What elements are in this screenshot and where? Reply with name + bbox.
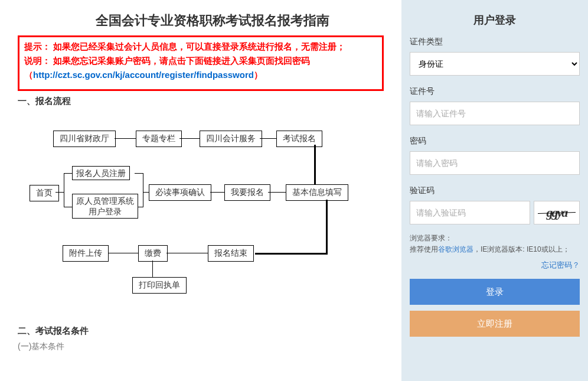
flow-node: 四川省财政厅 (53, 131, 116, 147)
flow-node: 必读事项确认 (149, 184, 211, 201)
find-password-link[interactable]: http://czt.sc.gov.cn/kj/account/register… (33, 70, 254, 80)
hint-text: 提示： 如果您已经采集过会计人员信息，可以直接登录系统进行报名，无需注册； (24, 40, 377, 54)
section-requirements-title: 二、考试报名条件 (18, 325, 401, 337)
register-button[interactable]: 立即注册 (410, 311, 580, 337)
browser-requirements: 浏览器要求： 推荐使用谷歌浏览器，IE浏览器版本: IE10或以上； (410, 233, 580, 255)
flow-node: 我要报名 (224, 184, 270, 201)
section-process-title: 一、报名流程 (18, 96, 401, 107)
flow-node: 打印回执单 (132, 277, 187, 294)
flow-node: 报名结束 (208, 245, 254, 262)
page-title: 全国会计专业资格职称考试报名报考指南 (0, 12, 401, 30)
id-number-input[interactable] (410, 102, 580, 125)
password-input[interactable] (410, 151, 580, 175)
chrome-download-link[interactable]: 谷歌浏览器 (438, 245, 473, 253)
login-panel: 用户登录 证件类型 身份证 证件号 密码 验证码 ggya 浏览器要求： 推荐使… (401, 0, 588, 381)
main-content: 全国会计专业资格职称考试报名报考指南 提示： 如果您已经采集过会计人员信息，可以… (0, 0, 401, 381)
flow-node: 基本信息填写 (286, 184, 348, 201)
instruction-text: 说明： 如果您忘记采集账户密码，请点击下面链接进入采集页面找回密码 (24, 54, 377, 68)
important-hint-box: 提示： 如果您已经采集过会计人员信息，可以直接登录系统进行报名，无需注册； 说明… (18, 35, 384, 91)
flow-node: 首页 (30, 185, 59, 201)
subsection-basic-req: (一)基本条件 (18, 341, 401, 352)
id-type-select[interactable]: 身份证 (410, 52, 580, 76)
login-title: 用户登录 (410, 13, 580, 27)
flow-node: 缴费 (138, 245, 168, 262)
flow-node: 专题专栏 (136, 131, 182, 147)
password-label: 密码 (410, 136, 580, 146)
id-number-label: 证件号 (410, 86, 580, 97)
id-type-label: 证件类型 (410, 37, 580, 47)
flow-node: 原人员管理系统 用户登录 (72, 194, 138, 219)
captcha-input[interactable] (410, 201, 530, 224)
captcha-image[interactable]: ggya (534, 201, 580, 224)
captcha-label: 验证码 (410, 185, 580, 196)
password-link-line: （http://czt.sc.gov.cn/kj/account/registe… (24, 68, 377, 82)
flow-node: 报名人员注册 (72, 166, 130, 180)
flow-node: 附件上传 (63, 245, 109, 262)
flow-node: 四川会计服务 (200, 131, 262, 147)
login-button[interactable]: 登录 (410, 279, 580, 305)
forgot-password-link[interactable]: 忘记密码？ (541, 260, 580, 269)
registration-flowchart: 四川省财政厅 专题专栏 四川会计服务 考试报名 首页 报名人员注册 原人员管理系… (20, 119, 386, 314)
